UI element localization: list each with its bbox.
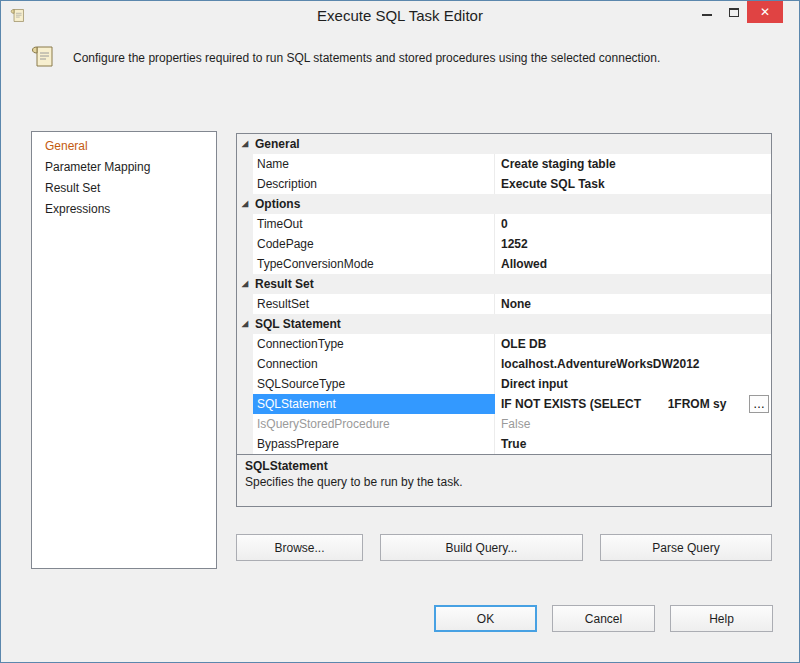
category-label: SQL Statement (253, 314, 341, 334)
expander-icon[interactable]: ◢ (237, 314, 253, 334)
help-text: Specifies the query to be run by the tas… (245, 475, 763, 489)
property-value[interactable]: 0 (495, 214, 771, 234)
property-help-pane: SQLStatement Specifies the query to be r… (237, 454, 771, 506)
property-row-connectiontype[interactable]: ConnectionType OLE DB (237, 334, 771, 354)
help-title: SQLStatement (245, 459, 763, 473)
row-margin (237, 254, 253, 274)
category-row-general[interactable]: ◢ General (237, 134, 771, 154)
property-label: IsQueryStoredProcedure (253, 414, 495, 434)
property-row-timeout[interactable]: TimeOut 0 (237, 214, 771, 234)
execute-sql-task-editor-dialog: Execute SQL Task Editor ✕ Configure the … (0, 0, 800, 663)
property-value[interactable]: OLE DB (495, 334, 771, 354)
build-query-button[interactable]: Build Query... (380, 534, 583, 561)
property-row-typeconversionmode[interactable]: TypeConversionMode Allowed (237, 254, 771, 274)
property-row-sqlsourcetype[interactable]: SQLSourceType Direct input (237, 374, 771, 394)
window-title: Execute SQL Task Editor (1, 1, 799, 31)
row-margin (237, 434, 253, 454)
sidebar-item-parameter-mapping[interactable]: Parameter Mapping (32, 157, 216, 178)
row-margin (237, 294, 253, 314)
property-row-bypassprepare[interactable]: BypassPrepare True (237, 434, 771, 454)
minimize-icon (702, 14, 712, 16)
property-row-description[interactable]: Description Execute SQL Task (237, 174, 771, 194)
maximize-button[interactable] (720, 1, 747, 23)
property-label: SQLSourceType (253, 374, 495, 394)
parse-query-button[interactable]: Parse Query (600, 534, 772, 561)
cancel-button[interactable]: Cancel (552, 605, 655, 632)
property-label: SQLStatement (253, 394, 495, 414)
row-margin (237, 154, 253, 174)
category-row-sql-statement[interactable]: ◢ SQL Statement (237, 314, 771, 334)
expander-icon[interactable]: ◢ (237, 274, 253, 294)
property-label: Name (253, 154, 495, 174)
category-label: Result Set (253, 274, 314, 294)
close-icon: ✕ (760, 5, 770, 19)
category-row-result-set[interactable]: ◢ Result Set (237, 274, 771, 294)
row-margin (237, 394, 253, 414)
row-margin (237, 334, 253, 354)
property-value[interactable]: None (495, 294, 771, 314)
property-label: BypassPrepare (253, 434, 495, 454)
maximize-icon (729, 8, 739, 17)
row-margin (237, 374, 253, 394)
property-value[interactable]: Execute SQL Task (495, 174, 771, 194)
close-button[interactable]: ✕ (747, 1, 783, 23)
property-label: TypeConversionMode (253, 254, 495, 274)
page-list: General Parameter Mapping Result Set Exp… (31, 131, 217, 569)
property-label: Connection (253, 354, 495, 374)
row-margin (237, 414, 253, 434)
category-row-options[interactable]: ◢ Options (237, 194, 771, 214)
property-value[interactable]: IF NOT EXISTS (SELECT 1FROM sy (495, 394, 771, 414)
property-row-sqlstatement[interactable]: SQLStatement IF NOT EXISTS (SELECT 1FROM… (237, 394, 771, 414)
property-label: Description (253, 174, 495, 194)
property-value[interactable]: 1252 (495, 234, 771, 254)
minimize-button[interactable] (693, 1, 720, 23)
property-value[interactable]: localhost.AdventureWorksDW2012 (495, 354, 771, 374)
property-row-resultset[interactable]: ResultSet None (237, 294, 771, 314)
expander-icon[interactable]: ◢ (237, 194, 253, 214)
browse-button[interactable]: Browse... (236, 534, 363, 561)
header-description: Configure the properties required to run… (73, 51, 773, 65)
property-row-name[interactable]: Name Create staging table (237, 154, 771, 174)
dialog-buttons: OK Cancel Help (434, 605, 773, 632)
row-margin (237, 234, 253, 254)
property-value[interactable]: True (495, 434, 771, 454)
sidebar-item-general[interactable]: General (32, 136, 216, 157)
expander-icon[interactable]: ◢ (237, 134, 253, 154)
sidebar-item-expressions[interactable]: Expressions (32, 199, 216, 220)
property-grid: ◢ General Name Create staging table Desc… (236, 133, 772, 507)
category-label: Options (253, 194, 300, 214)
property-label: CodePage (253, 234, 495, 254)
sidebar-item-result-set[interactable]: Result Set (32, 178, 216, 199)
ok-button[interactable]: OK (434, 605, 537, 632)
property-row-codepage[interactable]: CodePage 1252 (237, 234, 771, 254)
row-margin (237, 214, 253, 234)
property-label: ResultSet (253, 294, 495, 314)
property-value[interactable]: Create staging table (495, 154, 771, 174)
row-margin (237, 174, 253, 194)
row-margin (237, 354, 253, 374)
property-label: TimeOut (253, 214, 495, 234)
help-button[interactable]: Help (670, 605, 773, 632)
sqlstatement-ellipsis-button[interactable]: … (749, 395, 769, 413)
scroll-icon (29, 43, 56, 70)
sql-action-buttons: Browse... Build Query... Parse Query (236, 534, 772, 561)
title-bar[interactable]: Execute SQL Task Editor ✕ (1, 1, 799, 31)
property-value[interactable]: Allowed (495, 254, 771, 274)
property-value: False (495, 414, 771, 434)
property-row-isquerystoredprocedure[interactable]: IsQueryStoredProcedure False (237, 414, 771, 434)
property-label: ConnectionType (253, 334, 495, 354)
property-value[interactable]: Direct input (495, 374, 771, 394)
property-row-connection[interactable]: Connection localhost.AdventureWorksDW201… (237, 354, 771, 374)
category-label: General (253, 134, 300, 154)
